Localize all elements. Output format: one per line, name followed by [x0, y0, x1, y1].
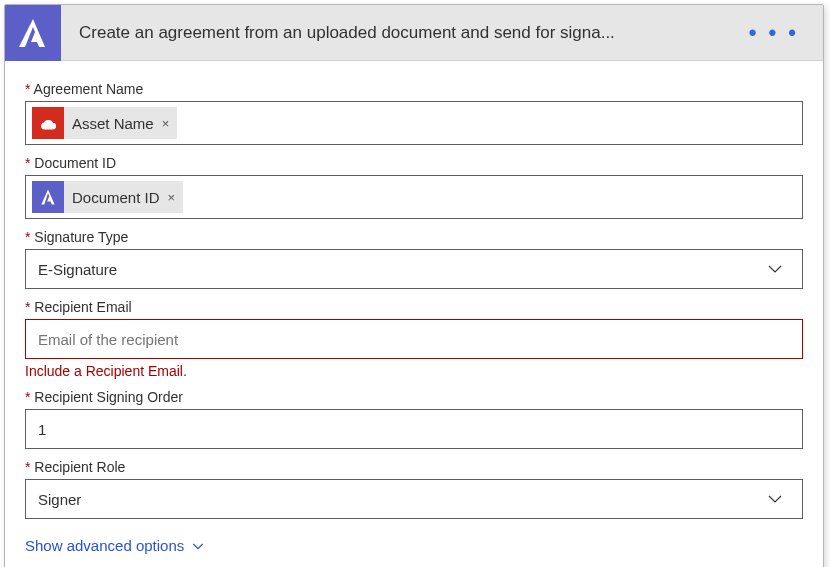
- label-signature-type: * Signature Type: [25, 229, 803, 245]
- field-signing-order: * Recipient Signing Order: [25, 389, 803, 449]
- error-recipient-email: Include a Recipient Email.: [25, 363, 803, 379]
- input-signing-order[interactable]: [32, 421, 796, 438]
- advanced-label: Show advanced options: [25, 537, 184, 554]
- label-agreement-name: * Agreement Name: [25, 81, 803, 97]
- select-value: Signer: [32, 491, 81, 508]
- token-document-id[interactable]: Document ID ×: [32, 181, 183, 213]
- input-signing-order-wrapper: [25, 409, 803, 449]
- field-recipient-role: * Recipient Role Signer: [25, 459, 803, 519]
- action-card: Create an agreement from an uploaded doc…: [4, 4, 824, 567]
- input-recipient-email-wrapper: [25, 319, 803, 359]
- card-header[interactable]: Create an agreement from an uploaded doc…: [5, 5, 823, 61]
- input-agreement-name[interactable]: Asset Name ×: [25, 101, 803, 145]
- field-recipient-email: * Recipient Email Include a Recipient Em…: [25, 299, 803, 379]
- adobe-sign-icon: [5, 5, 61, 61]
- chevron-down-icon: [766, 260, 796, 278]
- card-title: Create an agreement from an uploaded doc…: [61, 23, 743, 43]
- show-advanced-options[interactable]: Show advanced options: [25, 537, 206, 554]
- field-signature-type: * Signature Type E-Signature: [25, 229, 803, 289]
- chevron-down-icon: [766, 490, 796, 508]
- token-remove-icon[interactable]: ×: [168, 190, 176, 205]
- field-agreement-name: * Agreement Name Asset Name ×: [25, 81, 803, 145]
- label-recipient-role: * Recipient Role: [25, 459, 803, 475]
- card-body: * Agreement Name Asset Name × * Document…: [5, 61, 823, 567]
- label-recipient-email: * Recipient Email: [25, 299, 803, 315]
- creative-cloud-icon: [32, 107, 64, 139]
- field-document-id: * Document ID Document ID ×: [25, 155, 803, 219]
- label-document-id: * Document ID: [25, 155, 803, 171]
- input-document-id[interactable]: Document ID ×: [25, 175, 803, 219]
- select-recipient-role[interactable]: Signer: [25, 479, 803, 519]
- chevron-down-icon: [190, 538, 206, 554]
- input-recipient-email[interactable]: [32, 331, 796, 348]
- token-remove-icon[interactable]: ×: [162, 116, 170, 131]
- select-value: E-Signature: [32, 261, 117, 278]
- token-label: Asset Name: [64, 115, 162, 132]
- card-menu-button[interactable]: • • •: [743, 20, 805, 46]
- token-asset-name[interactable]: Asset Name ×: [32, 107, 177, 139]
- adobe-sign-icon: [32, 181, 64, 213]
- select-signature-type[interactable]: E-Signature: [25, 249, 803, 289]
- token-label: Document ID: [64, 189, 168, 206]
- label-signing-order: * Recipient Signing Order: [25, 389, 803, 405]
